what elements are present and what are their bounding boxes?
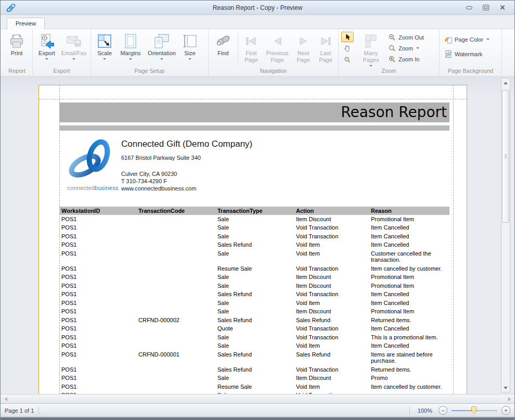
scroll-up-button[interactable] (501, 79, 510, 87)
table-cell: Void Transaction (294, 365, 369, 374)
scroll-left-button[interactable] (2, 394, 10, 403)
minimize-button[interactable] (465, 4, 474, 12)
zoom-slider-thumb[interactable] (471, 406, 477, 414)
next-page-button[interactable]: Next Page (292, 31, 315, 67)
tab-strip: Preview (1, 15, 514, 29)
navigation-separator (238, 32, 238, 65)
table-cell: Item Discount (294, 307, 369, 316)
app-window: Reason Report - Copy - Preview ✕ Preview… (0, 0, 515, 420)
print-button[interactable]: Print (3, 31, 30, 67)
table-cell: Sales Refund (215, 350, 294, 365)
ribbon-group-zoom: Many Pages Zoom Out Zoom Zoo (339, 30, 440, 76)
table-row: POS1SaleVoid TransactionItem Cancelled (59, 223, 449, 232)
find-button[interactable]: Find (210, 31, 236, 67)
find-icon (215, 33, 231, 49)
table-cell: Item Cancelled (369, 232, 449, 241)
column-header: WorkstationID (59, 207, 136, 215)
margins-dropdown-icon (129, 58, 132, 60)
vertical-scrollbar-thumb[interactable] (502, 90, 509, 223)
table-row: POS1SaleItem DiscountPromotional Item (59, 282, 449, 290)
table-cell: POS1 (59, 299, 136, 308)
zoom-out-button[interactable]: Zoom Out (388, 33, 424, 42)
orientation-button[interactable]: Orientation (145, 31, 179, 67)
table-cell: Promotional Item (369, 282, 449, 290)
table-cell: Sale (215, 333, 294, 342)
company-logo (65, 137, 119, 184)
table-cell: POS1 (59, 341, 136, 350)
table-cell (136, 333, 215, 342)
watermark-button[interactable]: Watermark (444, 49, 490, 58)
window-title: Reason Report - Copy - Preview (1, 4, 514, 11)
group-label-page-setup: Page Setup (91, 67, 208, 76)
zoom-slider[interactable] (452, 406, 497, 415)
maximize-icon (483, 5, 489, 10)
first-page-button[interactable]: First Page (240, 31, 263, 67)
table-cell: POS1 (59, 316, 136, 325)
table-cell: POS1 (59, 290, 136, 299)
table-cell: Void Transaction (294, 290, 369, 299)
hand-icon (344, 45, 351, 52)
many-pages-dropdown-icon (369, 65, 372, 67)
zoom-in-button[interactable]: Zoom In (388, 55, 424, 63)
zoom-slider-track (473, 410, 497, 411)
hand-tool-button[interactable] (341, 43, 354, 54)
table-cell (136, 223, 215, 232)
table-cell: Void Item (294, 299, 369, 308)
table-cell (136, 374, 215, 383)
table-cell: Items are stained before purchase. (369, 350, 449, 365)
email-fax-button[interactable]: Email/Fax (59, 31, 88, 67)
table-cell: Sales Refund (215, 316, 294, 325)
table-cell (136, 324, 215, 333)
print-label: Print (11, 50, 23, 57)
scroll-down-icon (504, 387, 508, 389)
margins-button[interactable]: Margins (117, 31, 145, 67)
table-cell: Sales Refund (294, 350, 369, 365)
maximize-button[interactable] (481, 4, 491, 12)
previous-page-button[interactable]: Previous Page (263, 31, 292, 67)
export-button[interactable]: Export (34, 31, 59, 67)
close-button[interactable]: ✕ (498, 4, 507, 12)
many-pages-button[interactable]: Many Pages (355, 31, 387, 67)
table-row: POS1SaleItem DiscountPromotional Item (59, 215, 449, 224)
zoom-icon (388, 44, 396, 53)
status-separator-right (409, 406, 410, 415)
scale-button[interactable]: Scale (93, 31, 117, 67)
table-cell: POS1 (59, 240, 136, 249)
table-cell: Sale (215, 273, 294, 282)
table-cell: Sale (215, 249, 294, 264)
table-cell: Sales Refund (215, 365, 294, 374)
table-row: POS1SaleVoid ItemCustomer cancelled the … (59, 249, 449, 264)
zoom-slider-track-filled (452, 410, 473, 411)
next-page-label: Next Page (292, 50, 314, 63)
margins-icon (122, 33, 139, 49)
table-cell: Item Cancelled (369, 324, 449, 333)
zoom-out-icon (388, 33, 396, 42)
table-cell: Void Item (294, 240, 369, 249)
last-page-button[interactable]: Last Page (315, 31, 337, 67)
scroll-right-button[interactable] (505, 394, 513, 403)
company-logo-caption: connectedbusiness (67, 185, 118, 191)
horizontal-scrollbar[interactable] (1, 394, 514, 403)
table-cell: POS1 (59, 333, 136, 342)
table-cell: Sale (215, 307, 294, 316)
margin-guide-right (453, 85, 454, 394)
many-pages-label: Many Pages (355, 50, 387, 63)
report-table: WorkstationIDTransactionCodeTransactionT… (59, 207, 449, 394)
pointer-tool-button[interactable] (341, 32, 354, 42)
email-fax-dropdown-icon (72, 58, 75, 60)
table-cell: Sale (215, 341, 294, 350)
vertical-scrollbar[interactable] (501, 78, 510, 392)
zoom-menu-button[interactable]: Zoom (388, 44, 424, 53)
tab-preview[interactable]: Preview (7, 18, 45, 29)
company-website: www.connectedbusiness.com (121, 185, 340, 192)
scroll-down-button[interactable] (501, 384, 510, 392)
zoom-increase-button[interactable]: + (501, 406, 510, 415)
size-button[interactable]: Size (179, 31, 201, 67)
magnifier-tool-button[interactable] (341, 55, 354, 65)
page-color-button[interactable]: Page Color (444, 35, 490, 44)
table-row: POS1SaleVoid TransactionItem Cancelled (59, 232, 449, 241)
pointer-icon (344, 33, 351, 41)
zoom-decrease-button[interactable]: − (439, 406, 447, 415)
status-bar: Page 1 of 1 100% − + (1, 403, 514, 417)
table-row: POS1SaleVoid TransactionThis is a promot… (59, 333, 449, 342)
